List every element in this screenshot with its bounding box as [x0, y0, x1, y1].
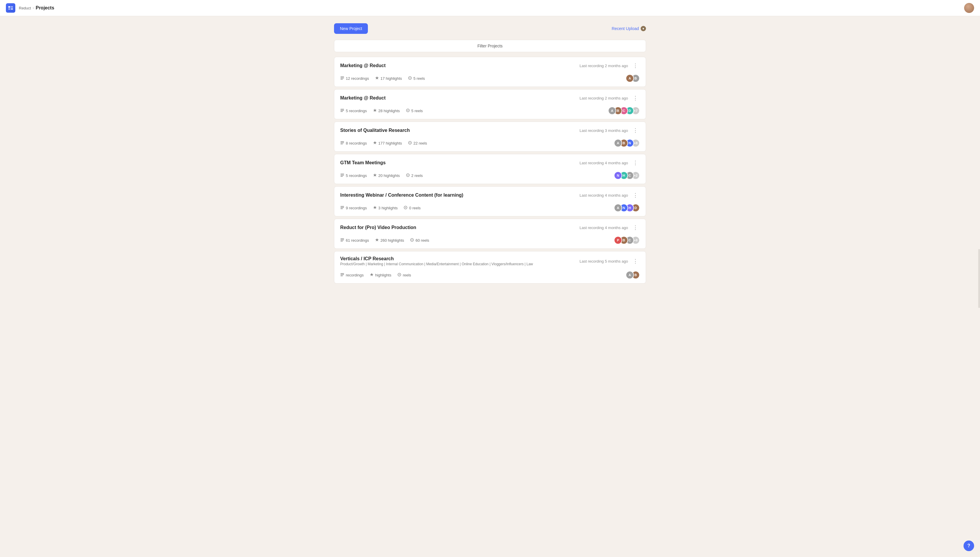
svg-rect-9 — [341, 109, 344, 109]
breadcrumb: Reduct › Projects — [19, 5, 54, 11]
help-button[interactable]: ? — [964, 541, 974, 551]
project-card[interactable]: Marketing @ Reduct Last recording 2 mont… — [334, 89, 646, 119]
reels-stat: reels — [397, 273, 411, 278]
project-meta-right: Last recording 2 months ago ⋮ — [579, 62, 640, 70]
project-card-top: Marketing @ Reduct Last recording 2 mont… — [334, 90, 646, 104]
highlights-count: 260 highlights — [380, 238, 404, 243]
recordings-icon — [340, 273, 345, 278]
project-card-bottom: 12 recordings 17 highlights 5 reels — [334, 72, 646, 86]
highlights-count: 177 highlights — [379, 141, 402, 145]
svg-point-18 — [410, 142, 410, 143]
project-subtitle: Product/Growth | Marketing | Internal Co… — [340, 262, 533, 266]
recordings-count: 5 recordings — [346, 173, 367, 178]
breadcrumb-parent[interactable]: Reduct — [19, 6, 31, 10]
more-options-button[interactable]: ⋮ — [631, 191, 640, 199]
recent-upload[interactable]: Recent Upload ▼ — [611, 26, 646, 31]
avatar[interactable] — [964, 3, 974, 13]
svg-rect-19 — [341, 174, 344, 174]
svg-rect-6 — [341, 79, 343, 80]
project-name[interactable]: Stories of Qualitative Research — [340, 128, 410, 133]
app-header: Reduct › Projects — [0, 0, 980, 16]
more-options-button[interactable]: ⋮ — [631, 94, 640, 102]
recent-upload-label: Recent Upload — [611, 26, 639, 31]
svg-rect-14 — [341, 141, 344, 142]
project-stats: 8 recordings 177 highlights 22 reels — [340, 141, 427, 146]
avatar-group: ANHD — [614, 204, 640, 212]
recordings-stat: 12 recordings — [340, 76, 369, 81]
project-name[interactable]: Interesting Webinar / Conference Content… — [340, 192, 463, 198]
project-card[interactable]: Stories of Qualitative Research Last rec… — [334, 122, 646, 151]
svg-rect-21 — [341, 176, 343, 177]
more-options-button[interactable]: ⋮ — [631, 224, 640, 231]
svg-rect-3 — [11, 8, 13, 10]
project-card-top: Reduct for (Pro) Video Production Last r… — [334, 219, 646, 234]
svg-rect-4 — [341, 77, 344, 77]
highlights-icon — [375, 76, 379, 81]
recordings-icon — [340, 205, 345, 210]
project-name[interactable]: Marketing @ Reduct — [340, 95, 385, 101]
project-meta-right: Last recording 4 months ago ⋮ — [579, 191, 640, 199]
avatar: A — [626, 271, 634, 279]
highlights-icon — [370, 273, 374, 278]
projects-list: Marketing @ Reduct Last recording 2 mont… — [334, 57, 646, 283]
more-options-button[interactable]: ⋮ — [631, 159, 640, 167]
more-options-button[interactable]: ⋮ — [631, 62, 640, 70]
breadcrumb-separator: › — [33, 6, 34, 10]
highlights-icon — [373, 108, 377, 113]
highlights-count: 17 highlights — [380, 76, 402, 81]
last-recording-label: Last recording 4 months ago — [579, 161, 628, 165]
header-right — [964, 3, 974, 13]
recordings-count: 5 recordings — [346, 109, 367, 113]
project-info: Verticals / ICP Research Product/Growth … — [340, 256, 533, 266]
recordings-stat: recordings — [340, 273, 364, 278]
recordings-stat: 9 recordings — [340, 205, 367, 210]
scrollbar[interactable] — [978, 249, 980, 308]
project-stats: 61 recordings 260 highlights 60 reels — [340, 238, 429, 243]
project-stats: 12 recordings 17 highlights 5 reels — [340, 76, 425, 81]
project-card[interactable]: Marketing @ Reduct Last recording 2 mont… — [334, 57, 646, 87]
logo[interactable] — [6, 3, 15, 13]
reels-icon — [403, 205, 408, 210]
project-info: Stories of Qualitative Research — [340, 128, 410, 133]
svg-rect-24 — [341, 206, 344, 207]
project-name[interactable]: Verticals / ICP Research — [340, 256, 533, 261]
project-card[interactable]: GTM Team Meetings Last recording 4 month… — [334, 154, 646, 184]
recordings-count: recordings — [346, 273, 364, 277]
project-name[interactable]: Marketing @ Reduct — [340, 63, 385, 68]
reels-icon — [406, 173, 410, 178]
new-project-button[interactable]: New Project — [334, 23, 368, 34]
svg-rect-20 — [341, 175, 344, 176]
svg-rect-11 — [341, 111, 343, 112]
highlights-icon — [373, 205, 377, 210]
more-options-button[interactable]: ⋮ — [631, 257, 640, 265]
recordings-stat: 61 recordings — [340, 238, 369, 243]
reels-icon — [408, 141, 412, 146]
project-card-top: GTM Team Meetings Last recording 4 month… — [334, 154, 646, 169]
avatar: A — [626, 74, 634, 82]
more-options-button[interactable]: ⋮ — [631, 127, 640, 134]
avatar-group: AB — [626, 271, 640, 279]
project-name[interactable]: GTM Team Meetings — [340, 160, 385, 165]
avatar: P — [614, 236, 622, 244]
recordings-count: 12 recordings — [346, 76, 369, 81]
last-recording-label: Last recording 2 months ago — [579, 64, 628, 68]
svg-rect-31 — [341, 241, 343, 241]
svg-point-33 — [412, 239, 413, 240]
reels-stat: 0 reels — [403, 205, 421, 210]
project-card[interactable]: Interesting Webinar / Conference Content… — [334, 186, 646, 217]
project-meta-right: Last recording 4 months ago ⋮ — [579, 159, 640, 167]
project-card[interactable]: Verticals / ICP Research Product/Growth … — [334, 251, 646, 283]
recordings-stat: 5 recordings — [340, 173, 367, 178]
page-title: Projects — [36, 5, 54, 11]
reels-stat: 22 reels — [408, 141, 427, 146]
user-avatar-img — [964, 3, 974, 13]
recent-upload-arrow-icon: ▼ — [641, 26, 646, 31]
project-card[interactable]: Reduct for (Pro) Video Production Last r… — [334, 219, 646, 249]
project-name[interactable]: Reduct for (Pro) Video Production — [340, 225, 416, 230]
project-info: Reduct for (Pro) Video Production — [340, 225, 416, 230]
highlights-stat: 177 highlights — [373, 141, 402, 146]
avatar: A — [614, 204, 622, 212]
filter-label: Filter Projects — [477, 44, 503, 48]
filter-bar[interactable]: Filter Projects — [334, 40, 646, 52]
reels-count: 0 reels — [409, 206, 421, 210]
